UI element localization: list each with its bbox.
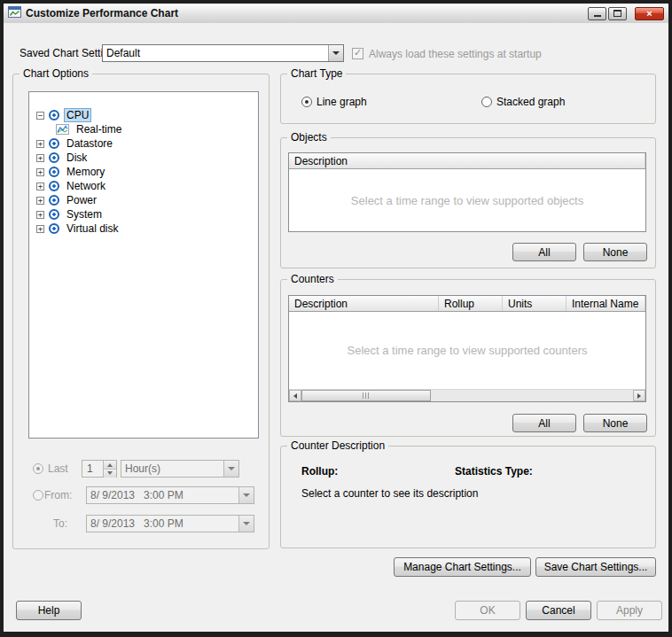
expand-icon[interactable]: + xyxy=(36,197,44,205)
tree-item-label[interactable]: CPU xyxy=(64,108,91,122)
tree-item-label[interactable]: Datastore xyxy=(64,136,115,151)
rollup-label: Rollup: xyxy=(301,465,338,478)
line-chart-icon xyxy=(56,124,69,135)
statistics-type-label: Statistics Type: xyxy=(455,465,533,478)
counter-group-icon xyxy=(49,167,59,177)
window-controls: × xyxy=(588,7,664,20)
scrollbar-track[interactable] xyxy=(301,390,633,401)
expand-icon[interactable]: + xyxy=(36,211,44,219)
last-unit-value: Hour(s) xyxy=(121,461,223,477)
last-unit-combo[interactable]: Hour(s) xyxy=(121,460,239,478)
counters-column-internal-name[interactable]: Internal Name xyxy=(567,296,645,311)
scroll-right-icon[interactable] xyxy=(633,390,645,401)
save-chart-settings-button[interactable]: Save Chart Settings... xyxy=(535,557,656,577)
counters-table: Description Rollup Units Internal Name S… xyxy=(288,295,646,402)
objects-none-button[interactable]: None xyxy=(583,243,647,261)
dropdown-arrow-icon[interactable] xyxy=(238,516,254,532)
scrollbar-grip-icon xyxy=(363,392,370,399)
help-button[interactable]: Help xyxy=(16,601,82,620)
last-value: 1 xyxy=(82,461,103,477)
counter-description-placeholder: Select a counter to see its description xyxy=(301,487,478,500)
counters-column-rollup[interactable]: Rollup xyxy=(439,296,503,311)
tree-item-cpu[interactable]: − CPU xyxy=(29,108,258,122)
tree-item-system[interactable]: + System xyxy=(29,207,258,221)
stacked-graph-label: Stacked graph xyxy=(496,96,565,108)
dropdown-arrow-icon[interactable] xyxy=(238,487,254,503)
saved-settings-value: Default xyxy=(103,45,328,61)
line-graph-label: Line graph xyxy=(316,96,367,108)
from-datetime-picker[interactable]: 8/ 9/2013 3:00 PM xyxy=(86,486,254,504)
spinner-up-icon[interactable] xyxy=(104,461,116,469)
scroll-left-icon[interactable] xyxy=(289,390,301,401)
tree-item-label[interactable]: Memory xyxy=(64,165,107,179)
maximize-icon xyxy=(613,10,621,17)
tree-item-label[interactable]: Network xyxy=(64,179,108,193)
counters-none-button[interactable]: None xyxy=(583,414,647,432)
dialog-body: Saved Chart Settings: Default ✓ Always l… xyxy=(4,23,668,632)
chart-options-title: Chart Options xyxy=(20,67,92,80)
counter-group-icon xyxy=(49,152,59,163)
title-bar[interactable]: Customize Performance Chart × xyxy=(4,4,668,23)
cancel-button[interactable]: Cancel xyxy=(526,601,591,620)
spinner-down-icon[interactable] xyxy=(104,469,116,478)
metric-tree[interactable]: − CPU Real-time + Datastore + Disk xyxy=(28,91,259,439)
counters-table-body: Select a time range to view supported co… xyxy=(289,312,645,389)
load-at-startup-checkbox[interactable]: ✓ xyxy=(352,48,363,59)
minimize-button[interactable] xyxy=(588,7,606,20)
dropdown-arrow-icon[interactable] xyxy=(328,45,343,61)
tree-item-disk[interactable]: + Disk xyxy=(29,151,258,165)
expand-icon[interactable]: + xyxy=(36,225,44,233)
tree-item-label[interactable]: Real-time xyxy=(74,122,124,136)
close-button[interactable]: × xyxy=(635,7,664,20)
tree-item-network[interactable]: + Network xyxy=(29,179,258,193)
counter-group-icon xyxy=(49,209,59,220)
scrollbar-thumb[interactable] xyxy=(301,390,431,401)
chart-type-title: Chart Type xyxy=(287,67,346,80)
app-icon xyxy=(8,6,21,20)
from-radio[interactable] xyxy=(33,490,43,501)
expand-icon[interactable]: + xyxy=(36,140,44,148)
counter-group-icon xyxy=(49,223,59,234)
objects-title: Objects xyxy=(287,131,331,144)
stacked-graph-radio[interactable] xyxy=(481,97,492,107)
to-datetime-picker[interactable]: 8/ 9/2013 3:00 PM xyxy=(86,515,254,532)
tree-item-datastore[interactable]: + Datastore xyxy=(29,136,258,151)
tree-item-label[interactable]: Power xyxy=(64,193,99,207)
objects-table: Description Select a time range to view … xyxy=(288,152,646,232)
manage-chart-settings-button[interactable]: Manage Chart Settings... xyxy=(394,557,531,577)
counter-group-icon xyxy=(49,195,59,206)
tree-item-label[interactable]: Virtual disk xyxy=(64,221,121,236)
last-value-spinner[interactable]: 1 xyxy=(82,460,117,478)
objects-table-header: Description xyxy=(289,153,645,169)
horizontal-scrollbar[interactable] xyxy=(289,389,645,401)
apply-button[interactable]: Apply xyxy=(597,601,662,620)
counter-group-icon xyxy=(49,181,59,191)
objects-all-button[interactable]: All xyxy=(512,243,576,261)
expand-icon[interactable]: + xyxy=(36,183,44,190)
window-title: Customize Performance Chart xyxy=(26,7,178,19)
counters-all-button[interactable]: All xyxy=(512,414,576,432)
saved-settings-combo[interactable]: Default xyxy=(102,44,344,62)
maximize-button[interactable] xyxy=(608,7,627,20)
counters-column-description[interactable]: Description xyxy=(289,296,439,311)
expand-icon[interactable]: + xyxy=(36,154,44,162)
tree-item-power[interactable]: + Power xyxy=(29,193,258,207)
tree-item-label[interactable]: Disk xyxy=(64,151,90,165)
to-label: To: xyxy=(53,517,67,530)
objects-placeholder: Select a time range to view supported ob… xyxy=(351,194,583,207)
collapse-icon[interactable]: − xyxy=(36,112,44,120)
counters-table-header: Description Rollup Units Internal Name xyxy=(289,296,645,312)
counter-description-title: Counter Description xyxy=(287,439,388,452)
counters-column-units[interactable]: Units xyxy=(503,296,567,311)
tree-item-memory[interactable]: + Memory xyxy=(29,165,258,179)
objects-column-description[interactable]: Description xyxy=(289,153,645,168)
tree-item-virtual-disk[interactable]: + Virtual disk xyxy=(29,221,258,236)
dropdown-arrow-icon[interactable] xyxy=(223,461,238,477)
ok-button[interactable]: OK xyxy=(455,601,520,620)
line-graph-radio[interactable] xyxy=(301,97,312,107)
expand-icon[interactable]: + xyxy=(36,168,44,176)
tree-item-real-time[interactable]: Real-time xyxy=(29,122,258,136)
to-datetime-value: 8/ 9/2013 3:00 PM xyxy=(87,516,238,532)
last-radio[interactable] xyxy=(33,463,43,474)
tree-item-label[interactable]: System xyxy=(64,207,105,221)
